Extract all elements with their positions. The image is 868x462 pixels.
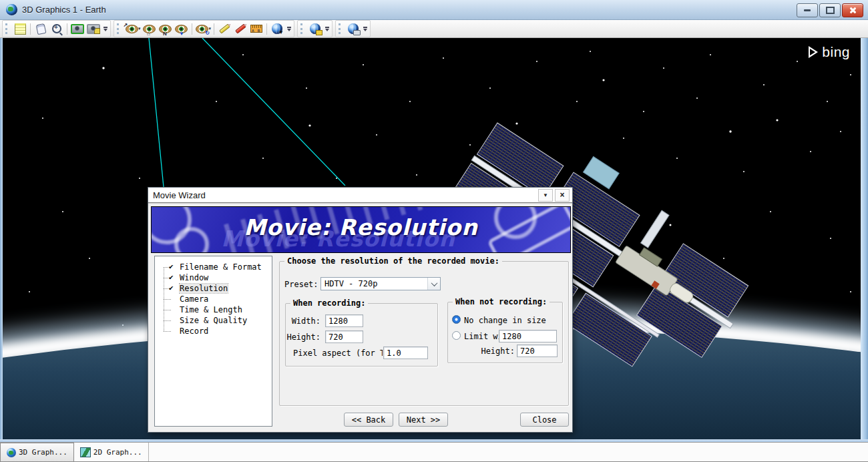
toolbar-overflow-button[interactable] [285,21,292,36]
globe-camera-icon [348,23,359,34]
toolbar-group-camera: ↗ ▾ ⌂ N ▼ ↻ ▾ ▼ [114,20,294,37]
toolbar-overflow-button[interactable] [323,21,331,36]
when-not-recording-label: When not recording: [453,297,550,306]
radio-limit-width[interactable] [452,331,461,340]
wizard-step-list: ✔Filename & Format ✔Window ✔Resolution ✔… [154,256,272,427]
toolbar-grip[interactable] [300,23,304,34]
close-button[interactable] [842,3,863,17]
window-border-right [861,38,868,439]
nr-height-field[interactable]: 720 [517,344,558,357]
home-view-button[interactable]: ⌂ [142,21,158,36]
map-icon [80,447,91,457]
top-view-eye-icon: ▼ [175,25,188,33]
main-toolbar: ↗ ▾ ⌂ N ▼ ↻ ▾ ▼ [0,20,868,38]
home-view-eye-icon: ⌂ [143,25,156,33]
banner-title: Movie: Resolution [152,207,570,240]
toolbar-grip[interactable] [5,23,9,34]
next-button[interactable]: Next >> [399,413,448,427]
zoom-button[interactable] [49,21,65,36]
zoom-icon [52,24,61,33]
toolbar-separator [67,23,67,35]
step-camera[interactable]: ✔Camera [155,294,272,304]
when-recording-group: When recording: Width: 1280 Height: 720 … [285,303,438,367]
step-resolution[interactable]: ✔Resolution [155,283,272,294]
dialog-close-button[interactable]: × [555,189,570,202]
tab-3d-graphics[interactable]: 3D Graph... [0,443,74,461]
maximize-button[interactable] [819,3,841,17]
chevron-down-icon [431,280,437,286]
when-recording-label: When recording: [290,298,368,308]
title-bar[interactable]: 3D Graphics 1 - Earth [0,0,868,20]
resolution-group-label: Choose the resolution of the recorded mo… [284,256,502,266]
step-record[interactable]: ✔Record [155,326,272,336]
rotate-view-eye-icon: ↻ [196,25,208,33]
check-icon: ✔ [169,262,174,271]
toolbar-grip[interactable] [117,23,121,34]
width-label: Width: [286,316,320,326]
tab-2d-graphics[interactable]: 2D Graph... [74,443,149,461]
pixel-aspect-field[interactable]: 1.0 [383,346,428,359]
limit-width-label: Limit width t [464,332,499,341]
rotate-view-button[interactable]: ↻ [194,21,210,36]
dialog-dropdown-button[interactable]: ▼ [538,189,553,202]
globe-options-button[interactable]: ▼ [269,21,285,36]
north-view-eye-icon: N [159,25,172,33]
combo-dropdown-button[interactable] [427,278,440,290]
radio-no-change[interactable] [452,315,461,324]
limit-width-field[interactable]: 1280 [499,330,557,342]
app-globe-icon [6,4,17,15]
highlight-pen-button[interactable] [216,21,232,36]
minimize-icon [804,9,811,11]
measure-button[interactable] [248,21,264,36]
pan-icon [35,23,46,34]
toolbar-group-imagery [335,20,371,37]
window-tabs: 3D Graph... 2D Graph... [0,442,868,462]
when-not-recording-group: When not recording: No change in size Li… [447,302,563,363]
toolbar-overflow-button[interactable] [361,21,369,36]
globe-down-icon: ▼ [272,23,282,34]
toolbar-separator [214,23,214,35]
back-button[interactable]: << Back [344,413,393,427]
height-label: Height: [286,332,320,342]
bing-label: bing [822,44,850,60]
toolbar-grip[interactable] [339,23,343,34]
toolbar-group-terrain [297,20,333,37]
no-change-label: No change in size [464,316,546,325]
width-field[interactable]: 1280 [325,314,363,327]
dialog-title-bar[interactable]: Movie Wizard ▼ × [148,188,572,204]
toolbar-separator [266,23,267,35]
step-filename-format[interactable]: ✔Filename & Format [155,262,272,272]
step-window[interactable]: ✔Window [155,272,272,283]
report-icon [15,23,26,35]
pan-button[interactable] [33,21,49,36]
highlight-pen-icon [218,23,230,33]
height-field[interactable]: 720 [325,330,363,343]
window-controls [797,3,863,17]
dialog-title: Movie Wizard [153,190,536,200]
preset-value: HDTV - 720p [321,279,427,288]
marker-pen-button[interactable] [232,21,248,36]
bing-icon [809,46,818,58]
toolbar-overflow-button[interactable] [101,21,109,36]
globe-imagery-button[interactable] [345,21,361,36]
view-from-button[interactable]: ↗ [124,21,140,36]
save-frame-button[interactable] [85,21,101,36]
close-dialog-button[interactable]: Close [520,413,569,427]
snapshot-camera-icon [71,24,84,34]
top-view-button[interactable]: ▼ [174,21,190,36]
preset-combobox[interactable]: HDTV - 720p [320,277,441,290]
save-frame-camera-icon [87,24,100,34]
wizard-banner: Movie: Resolution [151,206,571,253]
north-view-button[interactable]: N [158,21,174,36]
resolution-group: Choose the resolution of the recorded mo… [279,261,569,406]
nr-height-label: Height: [475,346,515,356]
step-size-quality[interactable]: ✔Size & Quality [155,315,272,326]
globe-data-button[interactable] [307,21,323,36]
step-time-length[interactable]: ✔Time & Length [155,304,272,315]
report-button[interactable] [12,21,28,36]
movie-wizard-dialog: Movie Wizard ▼ × Movie: Resolution ✔File… [148,187,573,433]
minimize-button[interactable] [797,3,818,17]
ruler-icon [250,25,262,33]
snapshot-button[interactable] [69,21,85,36]
check-icon: ✔ [169,284,174,292]
